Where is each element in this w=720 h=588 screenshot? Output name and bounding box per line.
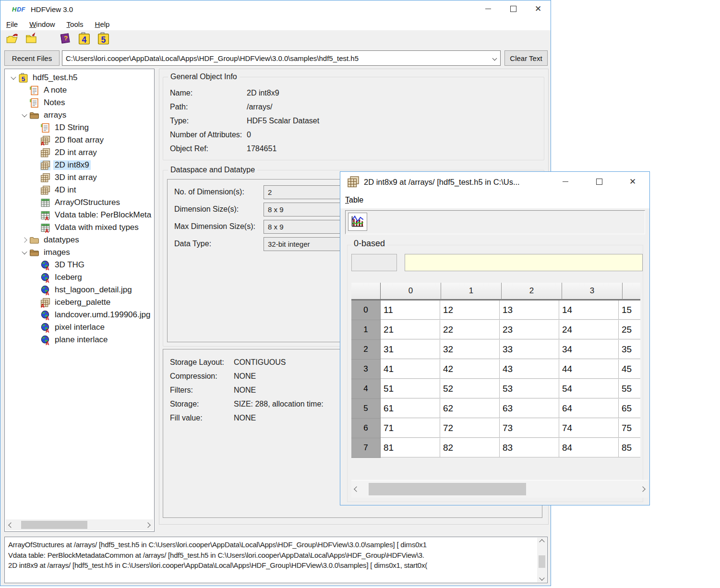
table-cell[interactable]: 45 [619, 360, 640, 379]
table-cell[interactable]: 13 [500, 300, 559, 320]
table-cell[interactable]: 43 [500, 360, 559, 379]
tree-item-arrays[interactable]: arrays [5, 109, 154, 121]
scroll-right-icon[interactable] [143, 523, 153, 527]
table-corner-cell[interactable] [351, 283, 381, 300]
table-cell[interactable]: 31 [381, 340, 440, 359]
table-cell[interactable]: 71 [381, 419, 440, 438]
scroll-down-icon[interactable] [540, 574, 544, 582]
table-cell[interactable]: 83 [500, 438, 559, 457]
row-header[interactable]: 6 [351, 419, 381, 438]
table-cell[interactable]: 22 [440, 320, 500, 339]
menu-item-help[interactable]: Help [90, 19, 115, 29]
column-header[interactable]: 0 [381, 283, 441, 300]
table-cell[interactable]: 65 [619, 399, 640, 418]
row-header[interactable]: 2 [351, 340, 381, 360]
table-cell[interactable]: 42 [440, 360, 500, 379]
open-file-button[interactable] [4, 32, 20, 47]
table-cell[interactable]: 81 [381, 438, 440, 457]
table-cell[interactable]: 75 [619, 419, 640, 438]
status-log[interactable]: ArrayOfStructures at /arrays/ [hdf5_test… [4, 537, 548, 583]
clear-text-button[interactable]: Clear Text [504, 50, 548, 66]
table-cell[interactable]: 23 [500, 320, 559, 339]
table-cell[interactable]: 74 [559, 419, 619, 438]
scroll-up-icon[interactable] [540, 538, 544, 546]
scroll-left-icon[interactable] [351, 487, 362, 491]
column-header[interactable]: 4 [623, 283, 640, 300]
scroll-left-icon[interactable] [6, 523, 16, 527]
menu-item-tools[interactable]: Tools [62, 19, 88, 29]
tree-item-landcover-umd-199906-jpg[interactable]: Alandcover.umd.199906.jpg [5, 309, 154, 321]
row-header[interactable]: 1 [351, 320, 381, 340]
chevron-expanded-icon[interactable] [20, 251, 29, 254]
tree-item-4d-int[interactable]: 4D int [5, 184, 154, 196]
row-header[interactable]: 5 [351, 399, 381, 419]
scrollbar-thumb[interactable] [21, 521, 87, 529]
tree-item-2d-int-array[interactable]: 2D int array [5, 146, 154, 159]
table-cell[interactable]: 82 [440, 438, 500, 457]
tree-item-iceberg-palette[interactable]: Aiceberg_palette [5, 296, 154, 309]
close-button[interactable]: ✕ [616, 172, 649, 191]
file-path-combobox[interactable]: C:\Users\lori.cooper\AppData\Local\Apps\… [62, 50, 501, 66]
tree-item-a-note[interactable]: A note [5, 84, 154, 96]
help-book-button[interactable]: ? [57, 32, 72, 47]
chevron-expanded-icon[interactable] [9, 76, 18, 80]
row-header[interactable]: 4 [351, 379, 381, 399]
hdf4-button[interactable]: 4 [76, 32, 92, 47]
tree-item-images[interactable]: images [5, 246, 154, 259]
row-header[interactable]: 0 [351, 300, 381, 320]
chevron-expanded-icon[interactable] [20, 113, 29, 117]
table-cell[interactable]: 52 [440, 379, 500, 398]
tree-item-hdf5-test-h5[interactable]: 5hdf5_test.h5 [5, 72, 154, 84]
table-cell[interactable]: 33 [500, 340, 559, 359]
table-cell[interactable]: 85 [619, 438, 640, 457]
table-cell[interactable]: 84 [559, 438, 619, 457]
recent-files-button[interactable]: Recent Files [4, 50, 60, 66]
table-cell[interactable]: 53 [500, 379, 559, 398]
tree-item-3d-int-array[interactable]: 3D int array [5, 171, 154, 184]
maximize-button[interactable] [582, 172, 616, 191]
tree-item-1d-string[interactable]: 1D String [5, 121, 154, 134]
table-cell[interactable]: 32 [440, 340, 500, 359]
minimize-button[interactable] [476, 0, 501, 17]
menu-item-window[interactable]: Window [24, 19, 60, 29]
table-horizontal-scrollbar[interactable] [351, 480, 648, 498]
row-header[interactable]: 7 [351, 438, 381, 458]
scrollbar-thumb[interactable] [539, 555, 545, 568]
menu-item-file[interactable]: File [1, 19, 23, 29]
tree-item-hst-lagoon-detail-jpg[interactable]: Ahst_lagoon_detail.jpg [5, 284, 154, 296]
table-cell[interactable]: 11 [381, 300, 440, 320]
tree-item-plane-interlace[interactable]: Aplane interlace [5, 334, 154, 346]
table-cell[interactable]: 61 [381, 399, 440, 418]
table-cell[interactable]: 41 [381, 360, 440, 379]
table-cell[interactable]: 44 [559, 360, 619, 379]
table-cell[interactable]: 15 [619, 300, 640, 320]
menu-item-table[interactable]: Table [340, 195, 368, 205]
table-cell[interactable]: 73 [500, 419, 559, 438]
table-cell[interactable]: 34 [559, 340, 619, 359]
tree-item-notes[interactable]: Notes [5, 96, 154, 109]
tree-item-iceberg[interactable]: AIceberg [5, 271, 154, 284]
table-cell[interactable]: 63 [500, 399, 559, 418]
column-header[interactable]: 1 [441, 283, 502, 300]
table-cell[interactable]: 12 [440, 300, 500, 320]
close-button[interactable]: ✕ [526, 0, 551, 17]
table-cell[interactable]: 55 [619, 379, 640, 398]
close-file-button[interactable] [24, 32, 39, 47]
cell-reference-field[interactable] [351, 254, 397, 271]
hdf5-button[interactable]: 5 [96, 32, 111, 47]
column-header[interactable]: 2 [502, 283, 562, 300]
table-cell[interactable]: 14 [559, 300, 619, 320]
row-header[interactable]: 3 [351, 360, 381, 379]
table-cell[interactable]: 24 [559, 320, 619, 339]
tree-item-2d-float-array[interactable]: A2D float array [5, 134, 154, 146]
table-cell[interactable]: 25 [619, 320, 640, 339]
log-vertical-scrollbar[interactable] [537, 538, 547, 582]
chevron-collapsed-icon[interactable] [20, 238, 29, 242]
lineplot-button[interactable] [348, 213, 367, 231]
minimize-button[interactable] [549, 172, 582, 191]
table-cell[interactable]: 51 [381, 379, 440, 398]
chevron-down-icon[interactable] [489, 57, 500, 60]
tree-item-vdata-with-mixed-types[interactable]: AVdata with mixed types [5, 221, 154, 234]
tree-item-arrayofstructures[interactable]: ArrayOfStructures [5, 196, 154, 209]
column-header[interactable]: 3 [562, 283, 623, 300]
